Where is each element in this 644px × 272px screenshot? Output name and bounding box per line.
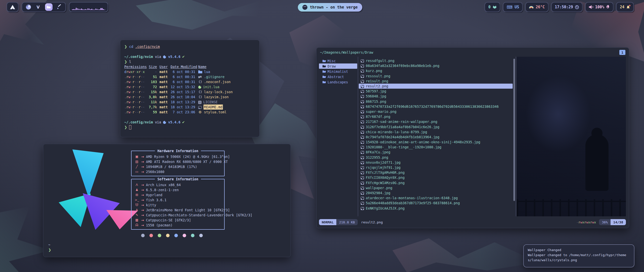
file-row[interactable]: ressdfgult.png — [359, 58, 513, 63]
file-name: 8FKa7Cu.jpeg — [366, 150, 390, 154]
fetch-item-text: AMD ATI Radeon RX 6800/6800 XT / 6900 XT — [146, 159, 228, 164]
file-row[interactable]: chica-mirando-la-luna-8799.jpg — [359, 129, 513, 134]
fetch-item: >_→fish 3.6.1 — [134, 197, 222, 202]
file-row[interactable]: re1sult.png — [359, 79, 513, 84]
file-row[interactable]: super-mario.png — [359, 109, 513, 114]
terminal-listing-row: .rw-r--r--51matt6 oct 00:31.gitignore — [124, 74, 255, 79]
file-row[interactable]: 587597.jpg — [359, 89, 513, 94]
clock-widget[interactable]: 17:50:29 — [551, 2, 583, 12]
scrollbar-thumb[interactable] — [513, 59, 515, 201]
file-name: FXfcJlTXgAMvH6R.png — [366, 171, 405, 175]
fetch-item-text: Catppuccin-SE [GTK2/3] — [146, 218, 191, 223]
file-name: .gitignore — [204, 74, 224, 79]
file-row[interactable]: 217167-sad-anime-rain-wallpaper.png — [359, 119, 513, 124]
file-name: .neoconf.json — [204, 79, 231, 84]
dock-item-firefox[interactable] — [25, 4, 31, 11]
sidebar-item-misc[interactable]: Misc — [319, 58, 357, 63]
system-fetch-window[interactable]: Hardware Information ▣→AMD Ryzen 9 5900X… — [43, 144, 291, 257]
permissions: .rw-r--r-- — [124, 89, 145, 94]
file-row[interactable]: 3126f7e9bbf21a8a4af0b67b041c6e26.jpg — [359, 124, 513, 129]
file-row[interactable]: 866715.png — [359, 99, 513, 104]
file-permissions: -rwxrwxrwx — [576, 220, 596, 224]
sidebar-item-abstract[interactable]: Abstract — [319, 74, 357, 79]
file-row[interactable]: 0c794faf07de24a4db4d4fb1eb813964.jpg — [359, 134, 513, 140]
file-name-cell: LICENSE — [198, 99, 218, 105]
file-name: 08a634fa02a32364f69ebc86a98eb1eb.png — [366, 64, 439, 68]
file-row[interactable]: 5a266e448add93deab367d87173e9f25-6837886… — [359, 200, 513, 206]
file-row[interactable]: FXfcJlTXgAMvH6R.png — [359, 170, 513, 175]
notification-popup[interactable]: Wallpaper Changed Wallpaper changed to /… — [523, 244, 634, 267]
sidebar-item-landscapes[interactable]: Landscapes — [319, 79, 357, 85]
file-row[interactable]: nnvuv0xj2df71.jpg — [359, 160, 513, 165]
fetch-item: A→JetBrainsMono Nerd Font Light 10 [GTK2… — [134, 208, 222, 213]
file-row[interactable]: kurz.png — [359, 68, 513, 73]
file-row[interactable]: wallpaper.png — [359, 185, 513, 190]
cpu-icon: ▣ — [134, 154, 140, 159]
arrow-icon: → — [141, 202, 144, 208]
terminal-window[interactable]: ❯ cd .config/nvim ~/.config/nvim via v5.… — [120, 40, 260, 137]
file-row[interactable]: 87r687df.png — [359, 114, 513, 119]
theme-icon: ✎ — [134, 213, 140, 218]
scrollbar-track[interactable] — [513, 57, 516, 216]
sidebar-item-minimalist[interactable]: Minimalist — [319, 69, 357, 74]
tab-indicator[interactable]: 1 — [619, 50, 625, 55]
file-row[interactable]: result2.png — [359, 84, 513, 89]
visualizer-bars — [69, 3, 108, 12]
file-name: lua — [204, 69, 210, 74]
file-name-cell: README.md — [198, 105, 223, 110]
date-widget[interactable]: 24 — [616, 2, 634, 12]
owner: matt — [159, 94, 169, 99]
dock-item-files[interactable] — [45, 3, 53, 11]
terminal-listing-row: .rw-r--r--72matt12 oct 15:32init.lua — [124, 84, 255, 89]
check-icon: ✔ — [182, 120, 185, 125]
owner: matt — [159, 69, 169, 74]
file-row[interactable]: 3122955.png — [359, 155, 513, 160]
image-file-icon — [361, 90, 364, 93]
image-file-icon — [361, 59, 364, 62]
file-manager-window[interactable]: ~/Imagenes/Wallpapers/Draw 1 MiscDrawMin… — [316, 47, 629, 228]
file-row[interactable]: 68747470733a2f2f696d616765732d7769786d70… — [359, 104, 513, 109]
fetch-item-text: 6.5.8-zen1-1-zen — [146, 187, 179, 192]
dock-item-brush[interactable] — [56, 4, 62, 11]
dock — [22, 2, 66, 12]
file-row[interactable]: 8FKa7Cu.jpeg — [359, 150, 513, 155]
file-name: init.lua — [203, 84, 219, 89]
terminal-prompt-line[interactable]: ❯ — [124, 125, 255, 130]
file-row[interactable]: 596848.jpg — [359, 94, 513, 99]
size: 3,0k — [147, 94, 157, 99]
viz-bar — [85, 9, 86, 10]
media-player-widget[interactable]: thrown - on the verge — [298, 3, 362, 12]
sidebar-item-draw[interactable]: Draw — [319, 63, 357, 69]
fetch-item-text: kitty — [146, 202, 156, 208]
file-row[interactable]: atardecer-en-la-montanas-ilustracion-634… — [359, 195, 513, 200]
image-file-icon — [361, 197, 364, 200]
wallpaper-texture — [136, 0, 297, 38]
file-row[interactable]: rsjqojlmjhf91.jpg — [359, 165, 513, 170]
size: 183 — [147, 79, 157, 84]
dock-item-vim[interactable] — [35, 4, 41, 11]
file-row[interactable]: EeNKYgIUcAAJ5JX.png — [359, 206, 513, 211]
keyboard-layout-widget[interactable]: US — [503, 2, 523, 12]
viz-bar — [76, 8, 77, 10]
file-row[interactable]: 19201080-__blue-tinge__-1920×1080.jpg — [359, 145, 513, 150]
fetch-shell-prompt[interactable]: ~ ❯ — [48, 242, 53, 252]
viz-bar — [90, 9, 91, 10]
arrow-icon: → — [141, 213, 144, 218]
weather-widget[interactable]: 26°C — [525, 2, 548, 12]
fetch-item: ▦→Catppuccin-SE [GTK2/3] — [134, 218, 222, 223]
app-launcher-button[interactable] — [7, 2, 19, 12]
notification-count-widget[interactable]: 0 — [485, 2, 500, 12]
viz-bar — [98, 9, 99, 10]
file-row[interactable]: resssult.png — [359, 74, 513, 79]
file-row[interactable]: FXfcHgcWIAMzs0G.png — [359, 180, 513, 185]
size: 7,7k — [147, 105, 157, 110]
file-name: super-mario.png — [366, 110, 396, 114]
audio-visualizer-widget[interactable] — [69, 2, 108, 12]
volume-level: 100% — [595, 5, 604, 9]
file-row[interactable]: 20492984.jpg — [359, 190, 513, 195]
scroll-percentage: 36% — [599, 219, 610, 225]
file-row[interactable]: FXfcII0X0AQyn9X.png — [359, 175, 513, 180]
volume-widget[interactable]: 100% — [585, 2, 614, 12]
file-row[interactable]: 154928-odinokoe_anime-art-anime-okno-sin… — [359, 140, 513, 145]
file-row[interactable]: 08a634fa02a32364f69ebc86a98eb1eb.png — [359, 63, 513, 68]
